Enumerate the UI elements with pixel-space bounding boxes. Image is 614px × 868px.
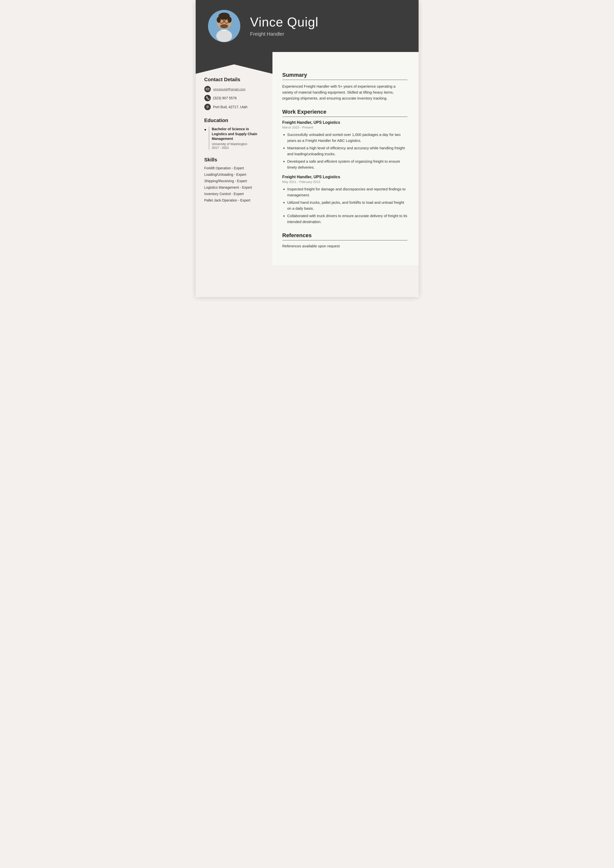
job-1: Freight Handler, UPS Logistics March 202…: [282, 120, 407, 170]
email-value[interactable]: vincequigl@gmail.com: [213, 87, 246, 91]
svg-point-13: [207, 107, 208, 107]
edu-content: Bachelor of Science in Logistics and Sup…: [209, 127, 264, 150]
header-right-spacer: [272, 52, 418, 64]
job-2-dates: May 2021 - February 2023: [282, 180, 407, 184]
edu-degree: Bachelor of Science in Logistics and Sup…: [212, 127, 264, 141]
summary-title: Summary: [282, 72, 407, 80]
job-2: Freight Handler, UPS Logistics May 2021 …: [282, 175, 407, 225]
phone-icon: [204, 95, 211, 101]
education-section: Education ● Bachelor of Science in Logis…: [204, 118, 264, 150]
sidebar: Contact Details vincequigl@gmail.com: [196, 64, 272, 265]
chevron-area: [196, 52, 272, 64]
job-2-bullet-3: Collaborated with truck drivers to ensur…: [287, 213, 407, 225]
edu-years: 2017 - 2021: [212, 146, 264, 150]
work-experience-section: Work Experience Freight Handler, UPS Log…: [282, 108, 407, 225]
svg-point-9: [220, 24, 228, 28]
candidate-title: Freight Handler: [250, 31, 406, 37]
job-2-title: Freight Handler, UPS Logistics: [282, 175, 407, 179]
job-2-bullet-2: Utilized hand trucks, pallet jacks, and …: [287, 200, 407, 211]
skills-section: Skills Forklift Operation - Expert Loadi…: [204, 157, 264, 202]
job-1-bullets: Successfully unloaded and sorted over 1,…: [282, 132, 407, 170]
skill-item-6: Pallet Jack Operation - Expert: [204, 198, 264, 202]
education-section-title: Education: [204, 118, 264, 123]
references-section: References References available upon req…: [282, 232, 407, 248]
edu-school: University of Washington: [212, 142, 264, 146]
skill-item-2: Loading/Unloading - Expert: [204, 172, 264, 177]
references-title: References: [282, 232, 407, 240]
job-1-bullet-2: Maintained a high level of efficiency an…: [287, 145, 407, 157]
job-1-dates: March 2023 - Present: [282, 126, 407, 129]
location-icon: [204, 104, 211, 110]
email-icon: [204, 86, 211, 92]
phone-value: (323) 907 5576: [213, 96, 237, 100]
skills-section-title: Skills: [204, 157, 264, 163]
education-item: ● Bachelor of Science in Logistics and S…: [204, 127, 264, 150]
location-value: Port Bud, 42717, Utah: [213, 105, 248, 109]
contact-location-item: Port Bud, 42717, Utah: [204, 104, 264, 110]
job-2-bullet-1: Inspected freight for damage and discrep…: [287, 186, 407, 198]
svg-point-10: [216, 30, 232, 42]
edu-bullet-icon: ●: [204, 127, 206, 150]
summary-section: Summary Experienced Freight Handler with…: [282, 72, 407, 101]
summary-text: Experienced Freight Handler with 5+ year…: [282, 84, 407, 101]
svg-rect-11: [206, 88, 209, 90]
main-layout: Contact Details vincequigl@gmail.com: [196, 64, 418, 265]
contact-section-title: Contact Details: [204, 77, 264, 82]
references-text: References available upon request: [282, 244, 407, 248]
resume-container: Vince Quigl Freight Handler Contact Deta…: [196, 0, 418, 297]
skill-item-4: Logistics Management - Expert: [204, 186, 264, 189]
job-2-bullets: Inspected freight for damage and discrep…: [282, 186, 407, 225]
skill-item-3: Shipping/Receiving - Expert: [204, 179, 264, 183]
main-content: Summary Experienced Freight Handler with…: [272, 64, 418, 265]
work-experience-title: Work Experience: [282, 108, 407, 117]
skill-item-5: Inventory Control - Expert: [204, 192, 264, 196]
contact-email-item: vincequigl@gmail.com: [204, 86, 264, 92]
contact-phone-item: (323) 907 5576: [204, 95, 264, 101]
candidate-name: Vince Quigl: [250, 15, 406, 29]
job-1-bullet-3: Developed a safe and efficient system of…: [287, 158, 407, 170]
job-1-title: Freight Handler, UPS Logistics: [282, 120, 407, 125]
skill-item-1: Forklift Operation - Expert: [204, 166, 264, 170]
job-1-bullet-1: Successfully unloaded and sorted over 1,…: [287, 132, 407, 144]
avatar: [208, 10, 240, 42]
header-info: Vince Quigl Freight Handler: [250, 15, 406, 37]
contact-section: Contact Details vincequigl@gmail.com: [204, 77, 264, 110]
resume-header: Vince Quigl Freight Handler: [196, 0, 418, 52]
